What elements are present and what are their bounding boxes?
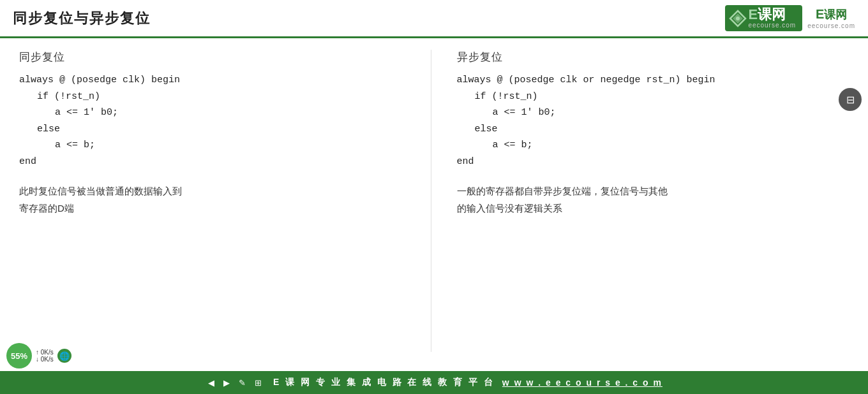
- percent-value: 55%: [11, 351, 27, 361]
- logo-right-main: E课网: [816, 7, 847, 22]
- left-code-line-4: else: [19, 121, 412, 138]
- main-content: 同步复位 always @ (posedge clk) begin if (!r…: [0, 38, 868, 363]
- page-title: 同步复位与异步复位: [13, 9, 151, 28]
- left-code-block: always @ (posedge clk) begin if (!rst_n)…: [19, 72, 412, 170]
- left-section-title: 同步复位: [19, 50, 412, 64]
- logo-right-area: E课网 eecourse.com: [807, 7, 855, 29]
- right-code-line-5: else: [457, 121, 849, 138]
- right-code-block: always @ (posedge clk or negedge rst_n) …: [457, 72, 849, 170]
- footer-text: E 课 网 专 业 集 成 电 路 在 线 教 育 平 台: [273, 377, 495, 388]
- network-stats: ↑ 0K/s ↓ 0K/s: [36, 349, 54, 363]
- footer-btn-prev[interactable]: ◀: [206, 378, 217, 388]
- left-code-line-2: if (!rst_n): [19, 89, 412, 105]
- icon-button-symbol: ⊟: [846, 94, 855, 106]
- logo-sub-text: eecourse.com: [748, 22, 796, 29]
- right-code-line-6: a <= b;: [457, 137, 849, 154]
- left-panel: 同步复位 always @ (posedge clk) begin if (!r…: [19, 50, 431, 352]
- svg-point-2: [736, 17, 740, 20]
- network-icon[interactable]: 🌐: [57, 349, 71, 363]
- right-code-line-4: a <= 1' b0;: [457, 105, 849, 121]
- logo-text-group: E课网 eecourse.com: [748, 8, 796, 29]
- right-code-line-2: begin: [687, 75, 715, 85]
- download-stat: ↓ 0K/s: [36, 356, 54, 363]
- logo-diamond-icon: [729, 10, 747, 27]
- left-code-line-6: end: [19, 156, 36, 167]
- logo-area: E课网 eecourse.com E课网 eecourse.com: [725, 5, 855, 31]
- left-code-line-5: a <= b;: [19, 137, 412, 154]
- logo-right-sub: eecourse.com: [807, 22, 855, 29]
- network-icon-symbol: 🌐: [59, 351, 70, 361]
- status-overlay: 55% ↑ 0K/s ↓ 0K/s 🌐: [6, 343, 71, 368]
- right-code-line-3: if (!rst_n): [457, 89, 849, 105]
- footer-btn-grid[interactable]: ⊞: [252, 378, 264, 388]
- footer-link[interactable]: w w w . e e c o u r s e . c o m: [502, 377, 662, 388]
- footer: ◀ ▶ ✎ ⊞ E 课 网 专 业 集 成 电 路 在 线 教 育 平 台 w …: [0, 371, 868, 394]
- right-panel: 异步复位 always @ (posedge clk or negedge rs…: [431, 50, 849, 352]
- logo-green-box: E课网 eecourse.com: [725, 5, 802, 31]
- right-description: 一般的寄存器都自带异步复位端，复位信号与其他的输入信号没有逻辑关系: [457, 182, 849, 217]
- left-code-line-1: always @ (posedge clk) begin: [19, 75, 180, 85]
- logo-e-letter: E: [748, 6, 758, 22]
- right-code-line-1: always @ (posedge clk or negedge rst_n): [457, 75, 681, 85]
- left-description: 此时复位信号被当做普通的数据输入到寄存器的D端: [19, 182, 412, 217]
- right-section-title: 异步复位: [457, 50, 849, 64]
- footer-controls: ◀ ▶ ✎ ⊞: [206, 378, 264, 388]
- footer-btn-edit[interactable]: ✎: [236, 378, 248, 388]
- left-code-line-3: a <= 1' b0;: [19, 105, 412, 121]
- footer-btn-next[interactable]: ▶: [221, 378, 232, 388]
- icon-button[interactable]: ⊟: [839, 88, 862, 111]
- right-code-line-7: end: [457, 156, 474, 167]
- header: 同步复位与异步复位 E课网 eecourse.com E课网 eecourse.…: [0, 0, 868, 38]
- logo-right-e: E: [816, 7, 824, 21]
- upload-stat: ↑ 0K/s: [36, 349, 54, 356]
- logo-main-text: E课网: [748, 8, 786, 22]
- percent-badge: 55%: [6, 343, 32, 368]
